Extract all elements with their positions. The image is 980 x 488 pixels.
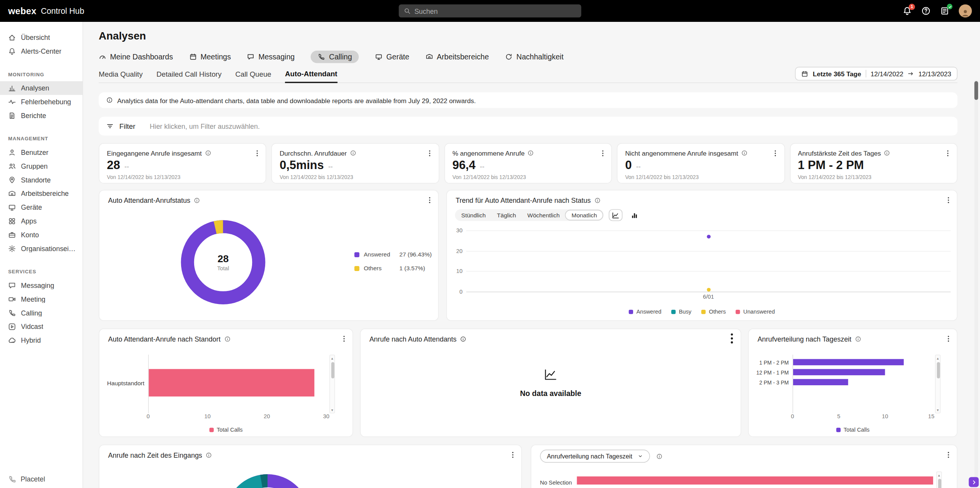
help-button[interactable] [921, 6, 931, 15]
subtab-call-queue[interactable]: Call Queue [235, 71, 271, 82]
chart-scrollbar[interactable]: ▴ [936, 472, 942, 488]
chart-scrollbar[interactable]: ▴ ▾ [329, 355, 335, 413]
kpi-menu-button[interactable] [943, 148, 953, 158]
bar-no-selection[interactable] [577, 476, 933, 485]
sidebar-item-gruppen[interactable]: Gruppen [0, 159, 82, 173]
notifications-button[interactable]: 1 [902, 6, 912, 15]
tab-messaging[interactable]: Messaging [247, 53, 295, 61]
sidebar-item-alerts-center[interactable]: Alerts-Center [0, 44, 82, 58]
sidebar-item-apps[interactable]: Apps [0, 214, 82, 228]
search-input[interactable] [414, 7, 576, 15]
bar-1pm-2pm[interactable] [793, 359, 904, 365]
kpi-menu-button[interactable] [770, 148, 780, 158]
sidebar: Übersicht Alerts-Center MONITORING Analy… [0, 22, 83, 488]
info-icon[interactable] [205, 150, 211, 156]
tab-geraete[interactable]: Geräte [375, 53, 409, 61]
tab-nachhaltigkeit[interactable]: Nachhaltigkeit [505, 53, 563, 61]
scroll-up-arrow[interactable]: ▴ [330, 355, 334, 361]
tab-label: Meetings [200, 53, 231, 61]
info-icon[interactable] [224, 336, 230, 342]
user-avatar[interactable] [959, 4, 972, 17]
sidebar-item-hybrid[interactable]: Hybrid [0, 334, 82, 347]
sidebar-item-uebersicht[interactable]: Übersicht [0, 31, 82, 44]
toggle-stuendlich[interactable]: Stündlich [455, 210, 491, 220]
sidebar-item-vidcast[interactable]: Vidcast [0, 320, 82, 334]
info-icon[interactable] [741, 150, 747, 156]
end-date[interactable]: 12/13/2023 [918, 70, 951, 77]
tab-meetings[interactable]: Meetings [189, 53, 231, 61]
subtab-media-quality[interactable]: Media Quality [99, 71, 143, 82]
info-icon[interactable] [884, 150, 890, 156]
toggle-taeglich[interactable]: Täglich [491, 210, 521, 220]
chart-scrollbar[interactable]: ▴ ▾ [935, 355, 941, 413]
whats-new-button[interactable] [940, 6, 949, 15]
card-menu-button[interactable] [508, 450, 518, 460]
subtab-detailed-call-history[interactable]: Detailed Call History [157, 71, 222, 82]
card-menu-button[interactable] [943, 334, 953, 343]
kpi-menu-button[interactable] [425, 148, 435, 158]
tab-arbeitsbereiche[interactable]: Arbeitsbereiche [426, 53, 489, 61]
page-scrollbar[interactable] [974, 80, 978, 484]
start-date[interactable]: 12/14/2022 [871, 70, 904, 77]
kpi-busiest-time: Anrufstärkste Zeit des Tages 1 PM - 2 PM… [790, 143, 957, 184]
card-menu-button[interactable] [424, 195, 434, 205]
sidebar-item-arbeitsbereiche[interactable]: Arbeitsbereiche [0, 187, 82, 200]
sidebar-item-geraete[interactable]: Geräte [0, 200, 82, 214]
person-icon [961, 8, 970, 17]
filter-bar[interactable]: Filter Hier klicken, um Filter auszuwähl… [99, 117, 957, 136]
sidebar-item-konto[interactable]: Konto [0, 228, 82, 242]
sidebar-item-messaging[interactable]: Messaging [0, 278, 82, 292]
kpi-menu-button[interactable] [597, 148, 607, 158]
page-scroll-thumb[interactable] [974, 81, 978, 100]
global-search[interactable] [399, 4, 581, 17]
scroll-down-arrow[interactable]: ▾ [935, 407, 940, 413]
sidebar-item-organisationseinstellungen[interactable]: Organisationseinstellun... [0, 242, 82, 255]
data-point-others[interactable] [706, 288, 710, 291]
tab-calling[interactable]: Calling [311, 51, 359, 63]
data-point-answered[interactable] [706, 235, 710, 238]
subtab-auto-attendant[interactable]: Auto-Attendant [285, 70, 337, 83]
sidebar-item-standorte[interactable]: Standorte [0, 173, 82, 187]
tab-meine-dashboards[interactable]: Meine Dashboards [99, 53, 173, 61]
sidebar-item-benutzer[interactable]: Benutzer [0, 146, 82, 159]
card-menu-button[interactable] [339, 334, 349, 343]
scroll-thumb[interactable] [938, 479, 941, 488]
scroll-up-arrow[interactable]: ▴ [935, 355, 940, 361]
scroll-down-arrow[interactable]: ▾ [330, 407, 334, 413]
sidebar-footer-placetel[interactable]: Placetel [0, 470, 82, 488]
date-range-picker[interactable]: Letzte 365 Tage 12/14/2022 12/13/2023 [795, 67, 958, 81]
kpi-value: 96,4 [452, 159, 475, 173]
sidebar-item-calling[interactable]: Calling [0, 306, 82, 320]
info-icon[interactable] [855, 336, 861, 342]
line-chart-type-button[interactable] [609, 209, 623, 221]
kpi-menu-button[interactable] [252, 148, 262, 158]
corner-expand-button[interactable] [969, 477, 979, 487]
sidebar-item-analysen[interactable]: Analysen [0, 81, 82, 95]
bar-12pm-1pm[interactable] [793, 369, 885, 375]
info-icon[interactable] [460, 336, 467, 342]
info-icon[interactable] [656, 453, 662, 459]
distribution-select[interactable]: Anrufverteilung nach Tageszeit [540, 450, 650, 463]
info-icon[interactable] [594, 197, 601, 204]
info-icon[interactable] [206, 452, 212, 458]
toggle-monatlich[interactable]: Monatlich [565, 210, 603, 220]
info-icon[interactable] [528, 150, 534, 156]
bar-chart-type-button[interactable] [628, 209, 642, 221]
card-menu-button[interactable] [727, 334, 737, 343]
filter-placeholder[interactable]: Hier klicken, um Filter auszuwählen. [150, 122, 260, 130]
card-menu-button[interactable] [943, 450, 953, 460]
scroll-up-arrow[interactable]: ▴ [937, 472, 941, 478]
sidebar-item-berichte[interactable]: Berichte [0, 108, 82, 122]
notification-badge: 1 [909, 4, 915, 10]
bar-2pm-3pm[interactable] [793, 379, 848, 385]
sidebar-item-fehlerbehebung[interactable]: Fehlerbehebung [0, 95, 82, 109]
bar-hauptstandort[interactable] [149, 369, 315, 397]
scroll-thumb[interactable] [937, 362, 940, 378]
info-icon[interactable] [194, 197, 200, 204]
toggle-woechentlich[interactable]: Wöchentlich [522, 210, 566, 220]
info-icon[interactable] [350, 150, 356, 156]
card-menu-button[interactable] [943, 195, 953, 205]
sidebar-item-meeting[interactable]: Meeting [0, 292, 82, 306]
legend-label: Unanswered [743, 309, 775, 315]
scroll-thumb[interactable] [331, 362, 334, 378]
